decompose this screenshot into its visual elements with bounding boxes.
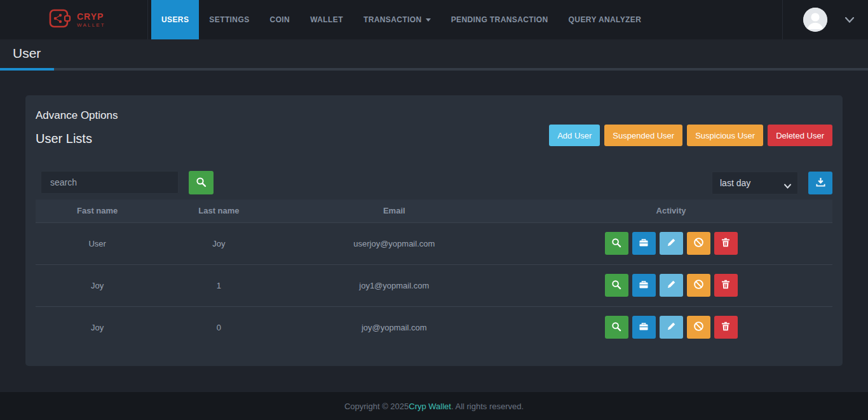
app-window: CRYP WALLET USERS SETTINGS COIN WALLET T… — [0, 0, 868, 420]
cell-fast-name: User — [36, 222, 159, 264]
add-user-button[interactable]: Add User — [549, 125, 600, 146]
cell-email: joy@yopmail.com — [278, 306, 510, 348]
block-user-button[interactable] — [687, 232, 710, 255]
title-underline — [0, 68, 868, 71]
brand-line2: WALLET — [77, 23, 105, 28]
view-user-button[interactable] — [605, 316, 628, 339]
table-row: Joy 1 joy1@yopmail.com — [36, 264, 832, 306]
page-content: Advance Options User Lists Add User Susp… — [0, 71, 868, 392]
nav-item-settings[interactable]: SETTINGS — [199, 0, 259, 39]
nav-item-wallet[interactable]: WALLET — [300, 0, 353, 39]
edit-user-button[interactable] — [660, 232, 683, 255]
page-title: User — [0, 39, 868, 67]
magnifier-icon — [611, 322, 621, 334]
main-nav: USERS SETTINGS COIN WALLET TRANSACTION P… — [151, 0, 651, 39]
row-actions — [510, 316, 832, 339]
pencil-icon — [667, 280, 676, 291]
copyright-text-suffix: . All rights reserved. — [451, 402, 524, 411]
trash-icon — [721, 238, 730, 249]
table-toolbar: last day — [36, 171, 832, 194]
nav-item-transaction-label: TRANSACTION — [363, 15, 422, 24]
navbar-right-section — [782, 0, 868, 39]
search-group — [41, 171, 214, 194]
wallet-logo-icon — [48, 8, 71, 31]
nav-item-pending-transaction[interactable]: PENDING TRANSACTION — [441, 0, 559, 39]
user-wallet-button[interactable] — [632, 274, 656, 297]
view-user-button[interactable] — [605, 232, 628, 255]
edit-user-button[interactable] — [660, 274, 683, 297]
cell-fast-name: Joy — [36, 306, 159, 348]
briefcase-icon — [639, 238, 649, 250]
trash-icon — [721, 322, 730, 333]
nav-item-coin-label: COIN — [270, 15, 290, 24]
edit-user-button[interactable] — [660, 316, 683, 339]
footer-brand-link[interactable]: Cryp Wallet — [409, 402, 451, 411]
user-lists-heading: User Lists — [36, 132, 118, 146]
nav-item-settings-label: SETTINGS — [209, 15, 249, 24]
row-actions — [510, 274, 832, 297]
suspended-user-button[interactable]: Suspended User — [604, 125, 682, 146]
user-wallet-button[interactable] — [632, 232, 656, 255]
briefcase-icon — [639, 322, 649, 334]
download-icon — [816, 177, 825, 189]
brand-text: CRYP WALLET — [77, 12, 105, 28]
account-chevron-down-icon[interactable] — [845, 14, 854, 25]
search-button[interactable] — [189, 171, 214, 194]
cell-fast-name: Joy — [36, 264, 159, 306]
column-header-fast-name: Fast name — [36, 200, 159, 222]
download-button[interactable] — [808, 172, 832, 194]
brand-logo[interactable]: CRYP WALLET — [0, 0, 148, 39]
page-footer: Copyright © 2025 Cryp Wallet . All right… — [0, 392, 868, 420]
advance-options-heading: Advance Options — [36, 109, 118, 122]
user-wallet-button[interactable] — [632, 316, 656, 339]
nav-item-transaction-dropdown[interactable]: TRANSACTION — [353, 0, 441, 39]
block-user-button[interactable] — [687, 274, 710, 297]
nav-item-users[interactable]: USERS — [151, 0, 199, 39]
briefcase-icon — [639, 280, 649, 292]
table-header-row: Fast name Last name Email Activity — [36, 200, 832, 222]
nav-item-users-label: USERS — [161, 15, 189, 24]
users-table: Fast name Last name Email Activity User … — [36, 200, 832, 348]
block-user-button[interactable] — [687, 316, 710, 339]
user-lists-card: Advance Options User Lists Add User Susp… — [25, 95, 843, 366]
view-user-button[interactable] — [605, 274, 628, 297]
ban-icon — [693, 237, 704, 250]
title-underline-accent — [0, 68, 54, 71]
nav-item-query-analyzer-label: QUERY ANALYZER — [569, 15, 642, 24]
ban-icon — [693, 321, 704, 334]
card-headings: Advance Options User Lists — [36, 104, 118, 146]
nav-item-coin[interactable]: COIN — [260, 0, 301, 39]
column-header-last-name: Last name — [159, 200, 278, 222]
user-type-buttons: Add User Suspended User Suspicious User … — [549, 125, 832, 146]
date-filter-select[interactable]: last day — [712, 172, 798, 194]
copyright-text-prefix: Copyright © 2025 — [344, 402, 409, 411]
pencil-icon — [667, 238, 676, 249]
delete-user-button[interactable] — [714, 274, 738, 297]
pencil-icon — [667, 322, 676, 333]
page-title-bar: User — [0, 39, 868, 71]
user-avatar[interactable] — [803, 8, 827, 32]
table-row: User Joy userjoy@yopmail.com — [36, 222, 832, 264]
magnifier-icon — [196, 177, 207, 189]
delete-user-button[interactable] — [714, 232, 738, 255]
nav-item-pending-transaction-label: PENDING TRANSACTION — [451, 15, 548, 24]
cell-last-name: Joy — [159, 222, 278, 264]
row-actions — [510, 232, 832, 255]
column-header-activity: Activity — [510, 200, 832, 222]
cell-last-name: 0 — [159, 306, 278, 348]
deleted-user-button[interactable]: Deleted User — [768, 125, 832, 146]
cell-last-name: 1 — [159, 264, 278, 306]
nav-item-wallet-label: WALLET — [310, 15, 343, 24]
table-row: Joy 0 joy@yopmail.com — [36, 306, 832, 348]
caret-down-icon — [426, 18, 431, 22]
filter-group: last day — [712, 172, 832, 194]
suspicious-user-button[interactable]: Suspicious User — [687, 125, 763, 146]
magnifier-icon — [611, 280, 621, 292]
delete-user-button[interactable] — [714, 316, 738, 339]
ban-icon — [693, 279, 704, 292]
search-input[interactable] — [41, 171, 179, 194]
column-header-email: Email — [278, 200, 510, 222]
cell-email: joy1@yopmail.com — [278, 264, 510, 306]
nav-item-query-analyzer[interactable]: QUERY ANALYZER — [559, 0, 652, 39]
trash-icon — [721, 280, 730, 291]
